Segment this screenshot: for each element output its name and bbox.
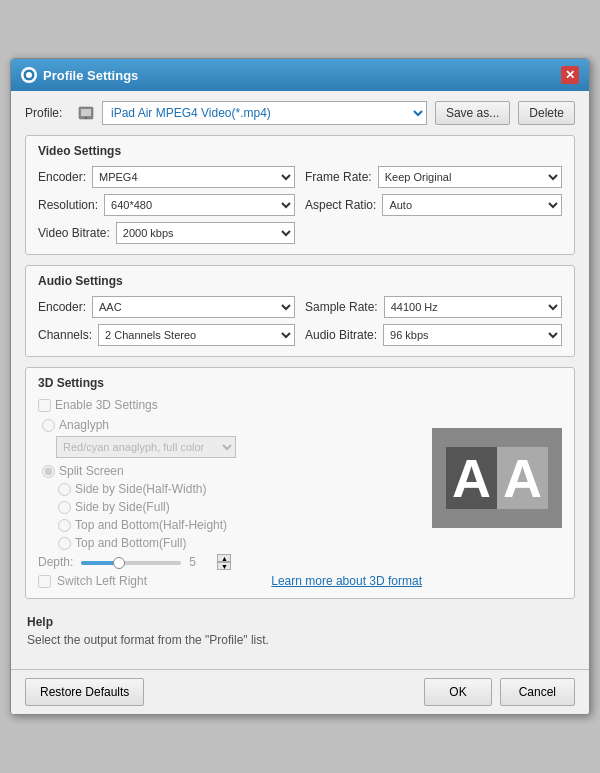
audio-encoder-dropdown[interactable]: AAC [92,296,295,318]
video-settings-title: Video Settings [38,144,562,158]
restore-defaults-button[interactable]: Restore Defaults [25,678,144,706]
title-bar: Profile Settings ✕ [11,59,589,91]
help-section: Help Select the output format from the "… [25,609,575,653]
audio-bitrate-row: Audio Bitrate: 96 kbps [305,324,562,346]
anaglyph-row: Anaglyph [38,418,422,432]
svg-rect-3 [81,109,91,116]
enable-3d-checkbox[interactable] [38,399,51,412]
frame-rate-row: Frame Rate: Keep Original [305,166,562,188]
profile-dropdown[interactable]: iPad Air MPEG4 Video(*.mp4) [102,101,427,125]
profile-label: Profile: [25,106,70,120]
side-by-side-full-label: Side by Side(Full) [75,500,170,514]
resolution-row: Resolution: 640*480 [38,194,295,216]
ok-button[interactable]: OK [424,678,491,706]
depth-fill [81,561,116,565]
3d-preview-panel: A A [432,398,562,588]
resolution-label: Resolution: [38,198,98,212]
footer-right: OK Cancel [424,678,575,706]
side-by-side-half-label: Side by Side(Half-Width) [75,482,206,496]
video-bitrate-label: Video Bitrate: [38,226,110,240]
3d-content: Enable 3D Settings Anaglyph Red/cyan ana… [38,398,562,588]
channels-row: Channels: 2 Channels Stereo [38,324,295,346]
app-icon [21,67,37,83]
enable-3d-row: Enable 3D Settings [38,398,422,412]
channels-dropdown[interactable]: 2 Channels Stereo [98,324,295,346]
split-screen-label: Split Screen [59,464,124,478]
switch-row: Switch Left Right Learn more about 3D fo… [38,574,422,588]
side-by-side-half-row: Side by Side(Half-Width) [38,482,422,496]
audio-settings-section: Audio Settings Encoder: AAC Sample Rate:… [25,265,575,357]
top-bottom-full-row: Top and Bottom(Full) [38,536,422,550]
help-text: Select the output format from the "Profi… [27,633,573,647]
preview-right-char: A [497,447,548,509]
anaglyph-label: Anaglyph [59,418,109,432]
save-as-button[interactable]: Save as... [435,101,510,125]
audio-encoder-row: Encoder: AAC [38,296,295,318]
encoder-dropdown[interactable]: MPEG4 [92,166,295,188]
frame-rate-dropdown[interactable]: Keep Original [378,166,562,188]
audio-bitrate-dropdown[interactable]: 96 kbps [383,324,562,346]
split-screen-radio[interactable] [42,465,55,478]
switch-left-right-label: Switch Left Right [57,574,147,588]
3d-left-panel: Enable 3D Settings Anaglyph Red/cyan ana… [38,398,422,588]
resolution-dropdown[interactable]: 640*480 [104,194,295,216]
sample-rate-label: Sample Rate: [305,300,378,314]
profile-icon [78,105,94,121]
depth-row: Depth: 5 ▲ ▼ [38,554,422,570]
profile-settings-dialog: Profile Settings ✕ Profile: iPad Air MPE… [10,58,590,715]
depth-slider-container[interactable] [81,557,181,569]
encoder-row: Encoder: MPEG4 [38,166,295,188]
video-bitrate-row: Video Bitrate: 2000 kbps [38,222,295,244]
depth-track [81,561,181,565]
video-bitrate-dropdown[interactable]: 2000 kbps [116,222,295,244]
cancel-button[interactable]: Cancel [500,678,575,706]
dialog-footer: Restore Defaults OK Cancel [11,669,589,714]
depth-label: Depth: [38,555,73,569]
sample-rate-row: Sample Rate: 44100 Hz [305,296,562,318]
svg-point-1 [26,72,32,78]
depth-up-button[interactable]: ▲ [217,554,231,562]
switch-left-right-checkbox[interactable] [38,575,51,588]
depth-value: 5 [189,555,209,569]
profile-row: Profile: iPad Air MPEG4 Video(*.mp4) Sav… [25,101,575,125]
frame-rate-label: Frame Rate: [305,170,372,184]
title-bar-left: Profile Settings [21,67,138,83]
encoder-label: Encoder: [38,170,86,184]
aspect-ratio-label: Aspect Ratio: [305,198,376,212]
audio-settings-title: Audio Settings [38,274,562,288]
audio-settings-grid: Encoder: AAC Sample Rate: 44100 Hz Chann… [38,296,562,346]
audio-bitrate-label: Audio Bitrate: [305,328,377,342]
sample-rate-dropdown[interactable]: 44100 Hz [384,296,562,318]
top-bottom-half-label: Top and Bottom(Half-Height) [75,518,227,532]
svg-point-4 [85,117,87,119]
depth-thumb[interactable] [113,557,125,569]
learn-more-link[interactable]: Learn more about 3D format [271,574,422,588]
3d-preview: A A [432,428,562,528]
video-settings-section: Video Settings Encoder: MPEG4 Frame Rate… [25,135,575,255]
help-title: Help [27,615,573,629]
aspect-ratio-dropdown[interactable]: Auto [382,194,562,216]
top-bottom-half-radio[interactable] [58,519,71,532]
side-by-side-half-radio[interactable] [58,483,71,496]
depth-down-button[interactable]: ▼ [217,562,231,570]
channels-label: Channels: [38,328,92,342]
dialog-title: Profile Settings [43,68,138,83]
top-bottom-full-label: Top and Bottom(Full) [75,536,186,550]
side-by-side-full-radio[interactable] [58,501,71,514]
video-settings-grid: Encoder: MPEG4 Frame Rate: Keep Original… [38,166,562,244]
3d-settings-section: 3D Settings Enable 3D Settings Anaglyph [25,367,575,599]
side-by-side-full-row: Side by Side(Full) [38,500,422,514]
main-content: Profile: iPad Air MPEG4 Video(*.mp4) Sav… [11,91,589,669]
aspect-ratio-row: Aspect Ratio: Auto [305,194,562,216]
split-screen-row: Split Screen [38,464,422,478]
anaglyph-radio[interactable] [42,419,55,432]
3d-settings-title: 3D Settings [38,376,562,390]
aa-display: A A [446,447,548,509]
top-bottom-full-radio[interactable] [58,537,71,550]
depth-spinner: ▲ ▼ [217,554,231,570]
close-button[interactable]: ✕ [561,66,579,84]
delete-button[interactable]: Delete [518,101,575,125]
anaglyph-dropdown[interactable]: Red/cyan anaglyph, full color [56,436,236,458]
enable-3d-label: Enable 3D Settings [55,398,158,412]
preview-left-char: A [446,447,497,509]
